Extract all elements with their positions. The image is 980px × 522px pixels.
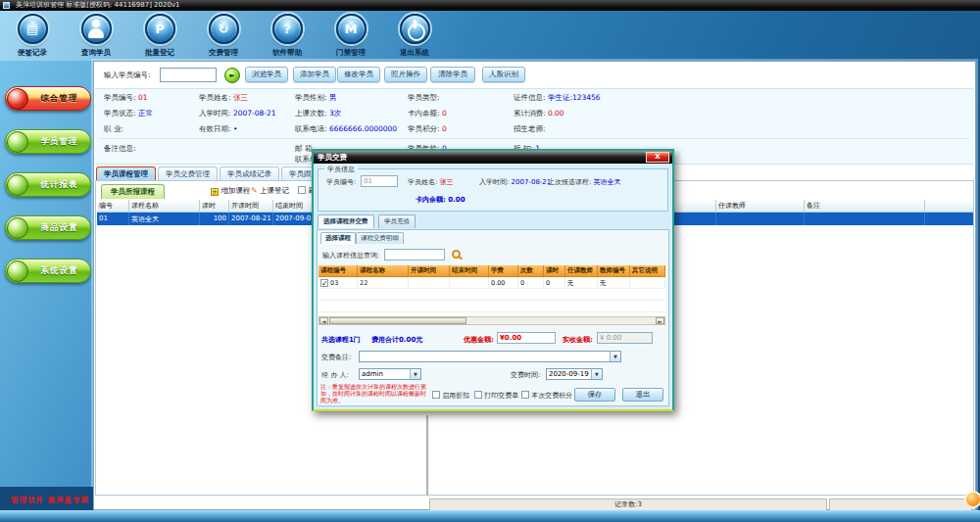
class-signin-button[interactable]: ✎ 上课登记 [251, 186, 289, 196]
sidebar-item-statistics-reports[interactable]: 统计报表 [5, 172, 91, 197]
checked-checkbox-icon: ✓ [320, 279, 328, 287]
dialog-course-panel: 选择课程 课程交费明细 输入课程信息查询: 课程编号 课程名称 开课时间 结束时… [317, 229, 669, 406]
go-button[interactable]: ► [224, 68, 240, 83]
add-student-button[interactable]: 添加学员 [293, 67, 336, 82]
checkbox-icon [298, 186, 306, 194]
student-name-value: 张三 [233, 93, 248, 102]
student-id-input[interactable] [160, 68, 217, 82]
payment-icon: ↻ [209, 14, 239, 44]
payment-note: 注：重复报选按次计算的课程次数进行累加，按时间计算的课程时间以课程最新时间为准。 [320, 383, 430, 403]
inner-tab-select-course[interactable]: 选择课程 [320, 232, 356, 244]
dialog-tab-recharge[interactable]: 学员充值 [378, 214, 416, 228]
dialog-student-id-input[interactable]: 01 [361, 175, 398, 187]
paid-amount-input: ¥ 0.00 [597, 332, 653, 344]
brand-slogan: 管理软件 美萍是专家 [11, 496, 89, 505]
sidebar-item-product-settings[interactable]: 商品设置 [5, 215, 91, 240]
corner-orange-button[interactable] [964, 491, 980, 508]
search-icon[interactable] [452, 250, 461, 259]
sidebar-item-general-management[interactable]: 综合管理 [5, 86, 91, 111]
toolbar-access-control[interactable]: M 门禁管理 [319, 14, 382, 58]
student-id-value: 01 [138, 93, 148, 102]
student-id-label: 输入学员编号: [104, 71, 151, 79]
payment-points-checkbox[interactable]: 本次交费积分 [521, 391, 572, 401]
horizontal-scrollbar[interactable]: ◄ ► [318, 316, 665, 325]
tab-payment-management[interactable]: 学员交费管理 [158, 166, 218, 180]
scroll-right-arrow[interactable]: ► [656, 317, 664, 324]
operator-combo[interactable]: admin▼ [359, 368, 421, 380]
close-icon: X [655, 153, 660, 161]
app-icon [3, 2, 10, 9]
dialog-course-table: 课程编号 课程名称 开课时间 结束时间 学费 次数 课时 任课教师 教师编号 其… [318, 265, 665, 289]
dialog-close-button[interactable]: X [646, 152, 669, 163]
checkbox-icon [521, 391, 529, 399]
batch-register-icon: P [145, 14, 175, 44]
empty-table-row [318, 289, 665, 301]
checkbox-icon [432, 391, 440, 399]
green-ball-icon [7, 217, 28, 239]
face-recognition-button[interactable]: 人脸识别 [482, 67, 525, 82]
student-info-group: 学员信息 学员编号: 01 学员姓名: 张三 入学时间: 2007-08-21 … [318, 168, 668, 212]
go-icon: ► [229, 71, 234, 79]
browse-student-button[interactable]: 浏览学员 [245, 67, 288, 82]
photo-operation-button[interactable]: 照片操作 [384, 67, 427, 82]
sidebar-item-student-management[interactable]: 学员管理 [5, 129, 91, 154]
toolbar-exit-system[interactable]: 退出系统 [383, 14, 446, 58]
green-ball-icon [7, 261, 28, 282]
tab-grade-records[interactable]: 学员成绩记录 [220, 166, 279, 180]
payment-remark-combo[interactable]: ▼ [359, 351, 621, 362]
window-title: 美萍培训班管理 标准版[授权码: 44116987] 2020v1 [16, 1, 180, 9]
toolbar-note-records[interactable]: ▤ 便签记录 [1, 14, 64, 58]
help-icon: ? [272, 14, 303, 44]
course-query-label: 输入课程信息查询: [322, 252, 379, 260]
red-ball-icon [7, 88, 28, 110]
note-icon: ▤ [18, 14, 48, 44]
exit-button[interactable]: 退出 [622, 388, 663, 402]
dialog-tab-select-pay[interactable]: 选择课程并交费 [318, 214, 374, 228]
add-course-button[interactable]: + 增加课程 [211, 186, 250, 196]
course-row-checkbox-cell[interactable]: ✓ 03 [318, 277, 358, 289]
add-course-icon: + [211, 188, 219, 196]
green-ball-icon [7, 131, 28, 153]
checkbox-icon [474, 391, 482, 399]
total-fee-label: 费用合计0.00元 [371, 335, 422, 345]
clear-student-button[interactable]: 清除学员 [430, 67, 475, 82]
dropdown-icon[interactable]: ▼ [591, 369, 602, 379]
green-ball-icon [7, 174, 28, 196]
payment-date-combo[interactable]: 2020-09-19▼ [546, 368, 603, 380]
app-window: 美萍培训班管理 标准版[授权码: 44116987] 2020v1 ▤ 便签记录… [0, 0, 980, 522]
dialog-title: 学员交费 [318, 153, 347, 162]
window-titlebar: 美萍培训班管理 标准版[授权码: 44116987] 2020v1 [0, 0, 980, 11]
course-query-input[interactable] [384, 249, 445, 261]
dropdown-icon[interactable]: ▼ [610, 352, 620, 361]
save-button[interactable]: 保存 [574, 388, 615, 402]
subtab-enrolled-courses[interactable]: 学员所报课程 [101, 184, 165, 199]
dropdown-icon[interactable]: ▼ [410, 369, 420, 379]
card-balance-value: 0.00 [448, 196, 465, 204]
window-bottom-strip [0, 510, 980, 522]
toolbar-batch-register[interactable]: P 批量登记 [128, 14, 191, 58]
discount-amount-input[interactable]: ¥0.00 [497, 332, 556, 344]
dialog-titlebar[interactable]: 学员交费 [314, 151, 672, 164]
edit-student-button[interactable]: 修改学员 [337, 67, 380, 82]
vertical-splitter[interactable] [426, 415, 428, 496]
pencil-icon: ✎ [251, 186, 258, 195]
toolbar-query-student[interactable]: 查询学员 [65, 14, 127, 58]
access-control-icon: M [336, 14, 367, 44]
person-icon [81, 14, 112, 44]
toolbar-help[interactable]: ? 软件帮助 [256, 14, 318, 58]
inner-tab-payment-detail[interactable]: 课程交费明细 [356, 232, 404, 244]
print-receipt-checkbox[interactable]: 打印交费单 [474, 391, 518, 401]
toolbar-payment[interactable]: ↻ 交费管理 [192, 14, 255, 58]
selected-count-label: 共选课程1门 [321, 335, 361, 345]
enable-discount-checkbox[interactable]: 启用折扣 [432, 391, 469, 401]
info-separator [99, 138, 969, 139]
sidebar-item-system-settings[interactable]: 系统设置 [5, 259, 91, 283]
tab-course-management[interactable]: 学员课程管理 [96, 166, 156, 180]
payment-dialog: 学员交费 X 学员信息 学员编号: 01 学员姓名: 张三 入学时间: 2007… [312, 149, 674, 411]
scroll-left-arrow[interactable]: ◄ [319, 317, 328, 324]
empty-table-row [318, 301, 665, 312]
scrollbar-thumb[interactable] [329, 317, 466, 324]
power-icon [400, 14, 430, 44]
